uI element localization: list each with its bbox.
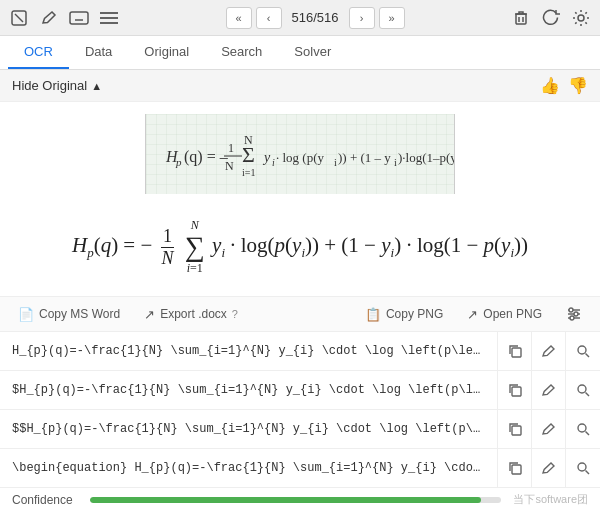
latex-text-3[interactable]: \begin{equation} H_{p}(q)=-\frac{1}{N} \…	[0, 452, 497, 484]
latex-text-1[interactable]: $H_{p}(q)=-\frac{1}{N} \sum_{i=1}^{N} y_…	[0, 374, 497, 406]
confidence-fill	[90, 497, 481, 503]
thumbs-down-btn[interactable]: 👎	[568, 76, 588, 95]
open-png-icon: ↗	[467, 307, 478, 322]
svg-text:(q) = –: (q) = –	[184, 148, 229, 166]
copy-row-btn-3[interactable]	[498, 449, 532, 487]
tab-solver[interactable]: Solver	[278, 36, 347, 69]
next-page-btn[interactable]: ›	[349, 7, 375, 29]
copy-png-label: Copy PNG	[386, 307, 443, 321]
svg-text:N: N	[225, 159, 234, 173]
open-png-label: Open PNG	[483, 307, 542, 321]
edit-row-btn-1[interactable]	[532, 371, 566, 409]
image-preview: H p (q) = – 1 N N Σ i=1 y i · log (p(y i…	[0, 102, 600, 202]
rendered-formula: Hp(q) = − 1 N N ∑ i=1 yi · log(p(yi)) + …	[0, 202, 600, 296]
hide-original-bar: Hide Original ▲ 👍 👎	[0, 70, 600, 102]
confidence-track	[90, 497, 501, 503]
svg-point-15	[578, 15, 584, 21]
svg-point-47	[578, 424, 586, 432]
help-icon[interactable]: ?	[232, 308, 238, 320]
svg-rect-43	[512, 387, 521, 396]
thumbs-up-btn[interactable]: 👍	[540, 76, 560, 95]
svg-text:p: p	[175, 156, 182, 168]
svg-text:y: y	[262, 150, 271, 165]
copy-word-btn[interactable]: 📄 Copy MS Word	[12, 304, 126, 325]
svg-line-45	[585, 392, 589, 396]
last-page-btn[interactable]: »	[379, 7, 405, 29]
selection-icon[interactable]	[8, 7, 30, 29]
page-count: 516/516	[286, 10, 345, 25]
tab-ocr[interactable]: OCR	[8, 36, 69, 69]
prev-page-btn[interactable]: ‹	[256, 7, 282, 29]
svg-line-51	[585, 470, 589, 474]
first-page-btn[interactable]: «	[226, 7, 252, 29]
pencil-icon[interactable]	[38, 7, 60, 29]
search-row-btn-3[interactable]	[566, 449, 600, 487]
svg-text:)·log(1–p(y: )·log(1–p(y	[398, 150, 454, 165]
svg-line-42	[585, 353, 589, 357]
svg-rect-2	[70, 12, 88, 24]
latex-row-actions-0	[497, 332, 600, 370]
confidence-label: Confidence	[12, 493, 82, 506]
delete-icon[interactable]	[510, 7, 532, 29]
latex-text-2[interactable]: $$H_{p}(q)=-\frac{1}{N} \sum_{i=1}^{N} y…	[0, 413, 497, 445]
latex-row-actions-3	[497, 449, 600, 487]
latex-row: \begin{equation} H_{p}(q)=-\frac{1}{N} \…	[0, 449, 600, 488]
page-navigation: « ‹ 516/516 › »	[226, 7, 405, 29]
settings-action-btn[interactable]	[560, 303, 588, 325]
refresh-icon[interactable]	[540, 7, 562, 29]
search-row-btn-0[interactable]	[566, 332, 600, 370]
copy-word-label: Copy MS Word	[39, 307, 120, 321]
keyboard-icon[interactable]	[68, 7, 90, 29]
svg-line-48	[585, 431, 589, 435]
svg-text:i=1: i=1	[242, 167, 255, 178]
toolbar: « ‹ 516/516 › »	[0, 0, 600, 36]
latex-list: H_{p}(q)=-\frac{1}{N} \sum_{i=1}^{N} y_{…	[0, 332, 600, 488]
tab-original[interactable]: Original	[128, 36, 205, 69]
svg-point-41	[578, 346, 586, 354]
export-icon: ↗	[144, 307, 155, 322]
search-row-btn-1[interactable]	[566, 371, 600, 409]
settings-icon[interactable]	[570, 7, 592, 29]
svg-text:· log (p(y: · log (p(y	[276, 150, 325, 165]
menu-icon[interactable]	[98, 7, 120, 29]
copy-row-btn-0[interactable]	[498, 332, 532, 370]
feedback-btns: 👍 👎	[540, 76, 588, 95]
tab-bar: OCR Data Original Search Solver	[0, 36, 600, 70]
svg-text:)) + (1 – y: )) + (1 – y	[338, 150, 391, 165]
svg-point-44	[578, 385, 586, 393]
search-row-btn-2[interactable]	[566, 410, 600, 448]
open-png-btn[interactable]: ↗ Open PNG	[461, 303, 548, 325]
latex-row-actions-1	[497, 371, 600, 409]
svg-text:Σ: Σ	[242, 142, 255, 167]
latex-row: H_{p}(q)=-\frac{1}{N} \sum_{i=1}^{N} y_{…	[0, 332, 600, 371]
hide-original-label: Hide Original	[12, 78, 87, 93]
tab-search[interactable]: Search	[205, 36, 278, 69]
svg-point-38	[574, 312, 578, 316]
edit-row-btn-2[interactable]	[532, 410, 566, 448]
edit-row-btn-3[interactable]	[532, 449, 566, 487]
hide-original-btn[interactable]: Hide Original ▲	[12, 78, 102, 93]
svg-text:1: 1	[228, 141, 234, 155]
svg-text:i: i	[394, 157, 397, 168]
latex-text-0[interactable]: H_{p}(q)=-\frac{1}{N} \sum_{i=1}^{N} y_{…	[0, 335, 497, 367]
sliders-icon	[566, 306, 582, 322]
svg-point-50	[578, 463, 586, 471]
edit-row-btn-0[interactable]	[532, 332, 566, 370]
copy-png-btn[interactable]: 📋 Copy PNG	[359, 303, 449, 325]
export-docx-btn[interactable]: ↗ Export .docx ?	[138, 304, 244, 325]
svg-point-39	[570, 316, 574, 320]
action-bar-right: 📋 Copy PNG ↗ Open PNG	[359, 303, 588, 325]
svg-rect-40	[512, 348, 521, 357]
tab-data[interactable]: Data	[69, 36, 128, 69]
svg-line-1	[15, 14, 23, 22]
confidence-section: Confidence 当下software团	[0, 488, 600, 505]
export-docx-label: Export .docx	[160, 307, 227, 321]
formula-display: Hp(q) = − 1 N N ∑ i=1 yi · log(p(yi)) + …	[72, 218, 528, 276]
copy-row-btn-1[interactable]	[498, 371, 532, 409]
formula-image: H p (q) = – 1 N N Σ i=1 y i · log (p(y i…	[145, 114, 455, 194]
svg-rect-49	[512, 465, 521, 474]
copy-word-icon: 📄	[18, 307, 34, 322]
copy-row-btn-2[interactable]	[498, 410, 532, 448]
svg-text:i: i	[272, 157, 275, 168]
chevron-up-icon: ▲	[91, 80, 102, 92]
